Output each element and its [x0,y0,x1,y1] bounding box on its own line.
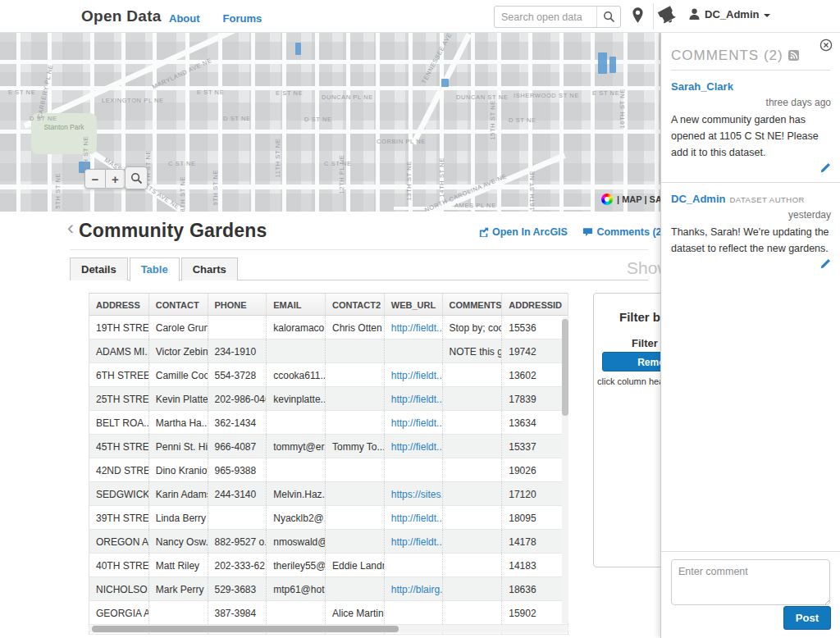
map-road [559,33,564,212]
search-icon [603,11,615,23]
table-cell [443,506,503,529]
table-cell-link[interactable]: http://fieldt... [385,530,443,553]
map-zoom-out-button[interactable]: − [84,169,105,189]
table-cell-link[interactable]: http://fieldt... [385,387,443,410]
table-cell: Camille Cook [149,363,208,386]
comment-bubble-icon [582,227,593,237]
table-row[interactable]: 45TH STRE...Penni St. Hi...966-4087tommy… [89,435,568,458]
column-header-addressid[interactable]: ADDRESSID [502,294,568,315]
table-cell [267,458,326,481]
table-cell: ccooka611... [267,363,326,386]
map-street-label: D ST NE [223,115,251,122]
post-comment-button[interactable]: Post [783,606,831,630]
edit-comment-button[interactable] [671,258,831,271]
table-vertical-scrollbar-thumb[interactable] [562,319,568,416]
tab-charts[interactable]: Charts [181,257,238,280]
notification-bell-icon[interactable] [658,6,678,28]
comment-input[interactable] [671,559,830,605]
table-row[interactable]: 19TH STRE...Carole Grun...kaloramaco...C… [89,316,568,340]
comment-body: Thanks, Sarah! We're updating the datase… [671,224,831,257]
rss-icon[interactable] [788,50,799,61]
table-cell [385,601,443,624]
column-header-comments[interactable]: COMMENTS [443,294,503,315]
column-header-email[interactable]: EMAIL [267,294,326,315]
user-menu[interactable]: DC_Admin [689,8,770,21]
map-highlight-polygon[interactable] [609,57,616,73]
edit-pencil-icon[interactable] [819,162,831,174]
table-cell: 17839 [502,387,568,410]
map-highlight-polygon[interactable] [598,52,607,74]
table-cell-link[interactable]: http://fieldt... [385,506,443,529]
table-cell-link[interactable]: http://blairg... [385,577,443,600]
column-header-address[interactable]: ADDRESS [89,294,149,315]
map-street-label: DUNCAN ST NE [456,93,508,101]
table-cell: Karin Adams [149,482,208,505]
open-in-arcgis-link[interactable]: Open In ArcGIS [479,226,568,238]
table-row[interactable]: BELT ROA...Martha Ha...362-1434http://fi… [89,411,568,435]
table-row[interactable]: 42ND STRE...Dino Kraniotis965-938819026 [89,458,568,482]
column-header-web_url[interactable]: WEB_URL [385,294,443,315]
table-cell: Martha Ha... [149,411,208,434]
table-row[interactable]: GEORGIA A...387-3984Alice Martin15902 [89,601,568,625]
table-cell [267,340,326,362]
table-cell: 244-3140 [208,482,267,505]
table-cell [149,601,208,624]
map-attribution: | MAP | SAT [601,194,667,205]
table-cell-link[interactable]: https://sites... [385,482,443,505]
edit-comment-button[interactable] [671,162,831,175]
column-header-phone[interactable]: PHONE [208,294,267,315]
table-cell: 882-9527 o... [208,530,267,553]
site-logo[interactable]: Open Data [81,7,162,25]
table-cell [208,316,267,339]
column-header-contact2[interactable]: CONTACT2 [326,294,385,315]
table-row[interactable]: OREGON A...Nancy Osw...882-9527 o...nmos… [89,530,568,554]
table-horizontal-scrollbar-thumb[interactable] [92,626,399,632]
comment-timestamp: three days ago [671,97,831,108]
location-pin-icon[interactable] [632,7,644,27]
map-search-button[interactable] [125,166,148,189]
basemap-logo-icon[interactable] [601,194,613,205]
table-row[interactable]: 25TH STRE...Kevin Platte202-986-0469kevi… [89,387,568,411]
map-street-label: 16TH ST NE [619,89,626,128]
table-cell [267,411,326,434]
search-button[interactable] [596,7,620,27]
search-input[interactable] [495,7,597,27]
table-row[interactable]: SEDGWICK...Karin Adams244-3140Melvin.Haz… [89,482,568,506]
table-cell-link[interactable]: http://fieldt... [385,435,443,458]
nav-link-about[interactable]: About [169,12,200,25]
map-street-label: 15TH ST NE [489,100,496,139]
table-row[interactable]: 40TH STRE...Matt Riley202-333-62...theri… [89,554,568,577]
back-chevron-icon[interactable]: ‹ [67,218,74,238]
map-highlight-polygon[interactable] [441,79,449,87]
map-street-label: 13TH ST NE [405,161,413,200]
table-cell: 39TH STRE... [89,506,149,529]
table-cell: 554-3728 [208,363,267,386]
table-cell-link[interactable]: http://fieldt... [385,411,443,434]
map-street-label: 9TH ST NE [212,170,219,206]
stanton-park-label: Stanton Park [39,123,89,132]
tab-bar: DetailsTableCharts [70,257,648,280]
table-cell [443,458,503,481]
table-row[interactable]: ADAMS MI...Victor Zebina234-1910NOTE thi… [89,340,568,363]
comments-link[interactable]: Comments (2) [582,226,664,238]
comment-item: DC_AdminDATASET AUTHORyesterdayThanks, S… [661,183,840,278]
tab-details[interactable]: Details [70,257,128,280]
map-street-label: 8TH ST NE [179,176,186,212]
comment-author-link[interactable]: DC_Admin [671,193,725,205]
table-cell-link[interactable]: http://fieldt... [385,316,443,339]
tab-table[interactable]: Table [130,257,180,281]
table-cell-link[interactable]: http://fieldt... [385,363,443,386]
table-row[interactable]: 6TH STREE...Camille Cook554-3728ccooka61… [89,363,568,387]
map-road [251,33,255,212]
table-row[interactable]: NICHOLSO...Mark Perry529-3683mtp61@hot..… [89,577,568,601]
close-icon[interactable] [819,39,833,55]
edit-pencil-icon[interactable] [819,258,831,270]
map-street-label: E ST NE [8,89,35,96]
table-row[interactable]: 39TH STRE...Linda BerryNyacklb2@...http:… [89,506,568,530]
column-header-contact[interactable]: CONTACT [149,294,208,315]
comment-author-link[interactable]: Sarah_Clark [671,80,733,93]
map-zoom-in-button[interactable]: + [105,169,126,189]
nav-link-forums[interactable]: Forums [223,12,262,25]
table-cell: ADAMS MI... [89,340,149,362]
map-highlight-polygon[interactable] [295,43,301,55]
